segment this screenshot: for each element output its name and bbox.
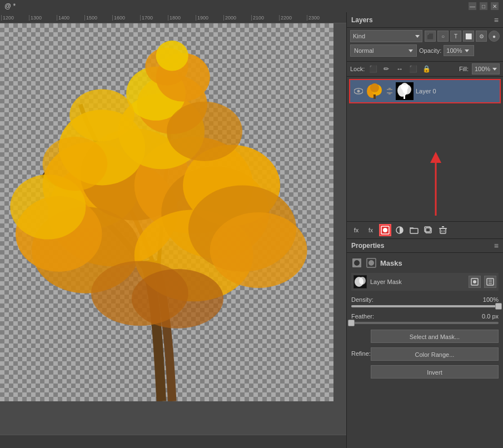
ruler-ticks: 1200 1300 1400 1500 1600 1700 1800 1900 … xyxy=(1,15,335,21)
properties-menu-icon[interactable]: ≡ xyxy=(494,241,499,250)
properties-header: Properties ≡ xyxy=(347,239,503,253)
lock-artboard-icon[interactable]: ⬛ xyxy=(408,64,418,74)
filter-pixel-icon[interactable]: ⬛ xyxy=(425,31,436,42)
refine-label: Refine: xyxy=(351,350,371,357)
svg-point-29 xyxy=(370,83,379,92)
svg-marker-41 xyxy=(430,152,441,163)
layer-visibility-icon[interactable] xyxy=(353,86,363,96)
density-slider-track[interactable] xyxy=(351,305,499,307)
window-controls: — □ ✕ xyxy=(469,2,499,10)
svg-point-21 xyxy=(69,89,135,141)
close-button[interactable]: ✕ xyxy=(491,2,499,10)
canvas-viewport[interactable] xyxy=(0,23,346,435)
feather-value: 0.0 px xyxy=(482,313,499,320)
delete-layer-icon[interactable] xyxy=(437,224,449,236)
folder-icon-svg xyxy=(410,226,419,235)
density-row: Density: 100% xyxy=(351,296,499,303)
layer-thumbnail xyxy=(366,82,384,100)
mask-apply-icon xyxy=(471,278,479,286)
ruler-tick: 1500 xyxy=(84,15,112,21)
maximize-button[interactable]: □ xyxy=(480,2,487,10)
layer-item[interactable]: Layer 0 xyxy=(349,79,501,103)
layer-thumb-svg xyxy=(366,82,384,100)
fill-chevron-icon xyxy=(492,68,497,71)
density-label: Density: xyxy=(351,296,373,303)
adjustment-layer-icon[interactable] xyxy=(394,224,406,236)
svg-rect-33 xyxy=(387,89,392,90)
invert-button[interactable]: Invert xyxy=(371,365,499,379)
feather-slider-row xyxy=(351,322,499,324)
filter-type-icon[interactable]: T xyxy=(450,31,461,42)
half-circle-icon-svg xyxy=(395,226,404,235)
properties-title: Properties xyxy=(351,242,384,250)
layer-mask-row: Layer Mask xyxy=(351,273,499,291)
fill-value[interactable]: 100% xyxy=(472,63,500,74)
filter-adjustment-icon[interactable]: ○ xyxy=(437,31,449,42)
lock-move-icon[interactable]: ↔ xyxy=(395,64,405,74)
density-slider-fill xyxy=(351,305,499,307)
color-range-button[interactable]: Color Range... xyxy=(371,347,499,361)
opacity-label: Opacity: xyxy=(419,47,441,54)
svg-point-19 xyxy=(43,137,108,191)
blend-mode-label: Normal xyxy=(354,47,373,54)
blend-mode-row: Normal Opacity: 100% xyxy=(350,44,500,57)
filter-smart-icon[interactable]: ⚙ xyxy=(476,31,487,42)
lock-row: Lock: ⬛ ✏ ↔ ⬛ 🔒 Fill: 100% xyxy=(347,62,503,77)
svg-point-38 xyxy=(401,83,409,91)
layer-mask-preview xyxy=(353,275,367,288)
masks-label: Masks xyxy=(380,259,402,267)
feather-slider-thumb[interactable] xyxy=(348,320,355,326)
lock-pixels-icon[interactable]: ⬛ xyxy=(368,64,378,74)
fill-value-text: 100% xyxy=(475,66,490,72)
svg-point-20 xyxy=(167,102,242,161)
fx-icon[interactable]: fx xyxy=(365,224,377,236)
ruler-tick: 2200 xyxy=(279,15,307,21)
mask-add-icon-svg xyxy=(381,226,390,235)
ruler-tick: 1400 xyxy=(57,15,84,21)
mask-apply-button[interactable] xyxy=(469,276,481,288)
new-group-icon[interactable] xyxy=(408,224,420,236)
window-title: @ * xyxy=(4,2,16,10)
layers-toolbar: Kind ⬛ ○ T ⬜ ⚙ ● Normal xyxy=(347,28,503,62)
ruler-tick: 1600 xyxy=(112,15,140,21)
layer-mask-preview-svg xyxy=(354,276,366,288)
new-layer-icon-svg xyxy=(424,226,433,235)
svg-point-54 xyxy=(354,260,360,266)
svg-point-61 xyxy=(473,280,476,283)
add-mask-icon[interactable] xyxy=(379,224,391,236)
layers-list: Layer 0 xyxy=(347,77,503,106)
layers-panel-title: Layers xyxy=(351,16,373,24)
select-and-mask-button[interactable]: Select and Mask... xyxy=(371,330,499,343)
trash-icon-svg xyxy=(439,226,447,235)
blend-mode-dropdown[interactable]: Normal xyxy=(350,44,417,57)
layer-name: Layer 0 xyxy=(416,88,436,94)
vector-mask-icon xyxy=(366,257,377,268)
link-layers-icon[interactable]: fx xyxy=(350,224,362,236)
feather-row: Feather: 0.0 px xyxy=(351,313,499,320)
opacity-chevron-icon xyxy=(465,49,469,52)
feather-label: Feather: xyxy=(351,313,374,320)
new-layer-icon[interactable] xyxy=(422,224,435,236)
filter-shape-icon[interactable]: ⬜ xyxy=(463,31,474,42)
properties-content: Masks Layer Mask xyxy=(347,253,503,387)
fill-label: Fill: xyxy=(459,66,469,72)
eye-icon xyxy=(354,88,363,94)
lock-paint-icon[interactable]: ✏ xyxy=(381,64,391,74)
feather-slider-track[interactable] xyxy=(351,322,499,324)
layers-panel-menu-icon[interactable]: ≡ xyxy=(494,16,499,24)
layers-panel-header: Layers ≡ xyxy=(347,12,503,28)
lock-all-icon[interactable]: 🔒 xyxy=(421,64,431,74)
density-slider-thumb[interactable] xyxy=(495,303,502,310)
minimize-button[interactable]: — xyxy=(469,2,476,10)
opacity-value[interactable]: 100% xyxy=(444,45,474,56)
filter-toggle-icon[interactable]: ● xyxy=(489,31,500,42)
ruler-tick: 2000 xyxy=(223,15,251,21)
ruler-tick: 1200 xyxy=(1,15,29,21)
status-bar xyxy=(0,435,346,448)
blend-mode-chevron-icon xyxy=(409,49,413,52)
kind-dropdown[interactable]: Kind xyxy=(350,30,422,42)
pixel-mask-icon xyxy=(351,257,362,268)
canvas-area: 1200 1300 1400 1500 1600 1700 1800 1900 … xyxy=(0,12,346,448)
mask-options-button[interactable] xyxy=(484,276,496,288)
right-panel: Layers ≡ Kind ⬛ ○ T ⬜ ⚙ ● xyxy=(346,12,503,448)
